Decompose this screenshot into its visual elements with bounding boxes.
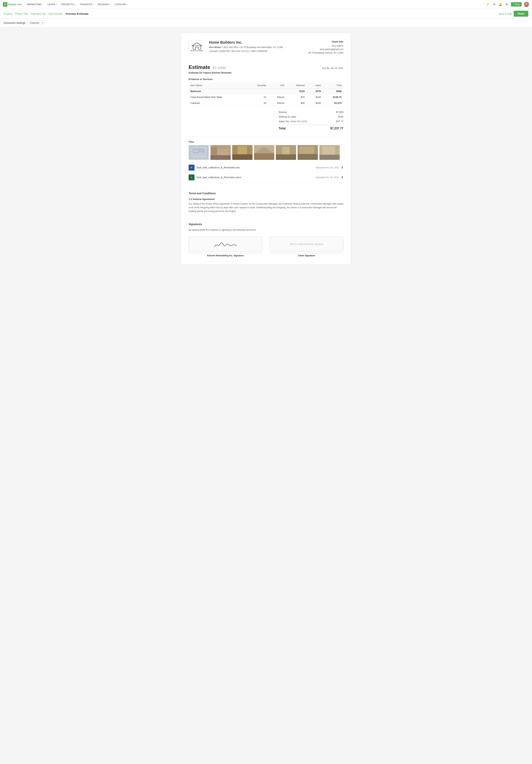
svg-rect-29 xyxy=(300,146,314,154)
help-button[interactable]: ? Help xyxy=(511,2,522,6)
cell-material: $120 xyxy=(286,88,307,94)
cell-labor: $370 xyxy=(307,88,323,94)
estimate-title: Estimate xyxy=(189,64,210,70)
breadcrumb-sep-2: / xyxy=(29,12,30,15)
breadcrumb-project-title[interactable]: Project Title xyxy=(15,12,28,15)
doc-card: WE BUILD HOMES Home Builders Inc. Vera W… xyxy=(181,33,351,265)
svg-rect-26 xyxy=(282,147,290,154)
chevron-down-icon: ▾ xyxy=(42,3,43,5)
download-icon[interactable]: ⬇ xyxy=(341,176,343,179)
terms-section: Terms and Conditions 1.1 General Agreeme… xyxy=(189,188,343,213)
files-section-title: Files xyxy=(189,140,343,143)
company-name: Home Builders Inc. xyxy=(209,40,283,45)
signature-block-2: Click to create electronic signature Cli… xyxy=(270,237,343,257)
nav-leads[interactable]: LEADS ▾ xyxy=(46,2,59,6)
svg-rect-16 xyxy=(211,147,217,155)
totals-sales-tax: Sales Tax: Dallas Tax (12%) $37.77 xyxy=(279,119,343,124)
file-doc-1-date: Uploaded Nov 30, 2018 xyxy=(316,166,339,169)
signatures-section: Signatures By signing below the customer… xyxy=(189,219,343,257)
client-name: Amy Adams xyxy=(308,44,343,48)
breadcrumb-sep-1: / xyxy=(14,12,14,15)
chevron-down-icon: ▾ xyxy=(56,3,57,5)
help-question-icon: ? xyxy=(513,3,514,6)
navbar: h houzz PRO MARKETING ▾ LEADS ▾ PROJECTS… xyxy=(0,0,532,9)
cell-material: $30 xyxy=(286,100,307,106)
svg-rect-17 xyxy=(218,149,229,155)
chevron-down-icon: ▾ xyxy=(74,3,75,5)
file-doc-1-right: Uploaded Nov 30, 2018 ⬇ xyxy=(316,166,343,169)
nav-items: MARKETING ▾ LEADS ▾ PROJECTS ▾ FINANCES … xyxy=(25,2,482,6)
svg-marker-4 xyxy=(192,43,202,46)
breadcrumb-edit-estimate[interactable]: Edit Estimate xyxy=(49,12,63,15)
estimate-heading: Estimate ES 12345 xyxy=(189,64,226,70)
file-thumbnail[interactable] xyxy=(189,145,209,160)
file-doc-1: W Task_task_collections_&_Reminders.doc … xyxy=(189,163,343,173)
company-logo: WE BUILD HOMES xyxy=(189,40,205,53)
bell-icon[interactable]: 🔔 xyxy=(498,2,502,6)
houzz-logo-icon: h xyxy=(3,2,7,7)
lightning-icon[interactable]: ⚡ xyxy=(486,2,490,6)
nav-right: ⚡ ✉ 🔔 ⚙ ? Help xyxy=(486,2,529,7)
terms-body: 1.1. viding of the Goods. When requested… xyxy=(189,202,343,213)
brand[interactable]: h houzz PRO xyxy=(3,2,22,7)
nav-marketing[interactable]: MARKETING ▾ xyxy=(25,2,45,6)
file-thumbnail[interactable] xyxy=(320,145,340,160)
company-info: Home Builders Inc. Vera Wintor • (601) 4… xyxy=(209,40,283,54)
estimate-title-row: Estimate ES 12345 Due By: Jan 23, 2021 xyxy=(189,61,343,70)
cell-item-name: Bedroom xyxy=(189,88,247,94)
file-thumbnail[interactable] xyxy=(298,145,318,160)
doc-settings-select[interactable]: Columns Rows xyxy=(28,21,45,25)
gear-icon[interactable]: ⚙ xyxy=(505,2,509,6)
client-info-label: Client Info xyxy=(308,40,343,43)
avatar[interactable] xyxy=(524,2,529,7)
nav-catalog[interactable]: CATALOG ▾ xyxy=(113,2,129,6)
signature-area-1 xyxy=(189,237,262,252)
sig-2-label: Client Signature xyxy=(270,254,343,257)
download-icon[interactable]: ⬇ xyxy=(341,166,343,169)
company-logo-tagline: WE BUILD HOMES xyxy=(191,50,203,51)
total-value: $7,237.77 xyxy=(330,127,343,130)
chevron-down-icon: ▾ xyxy=(126,3,127,5)
terms-title: Terms and Conditions xyxy=(189,192,343,195)
back-to-edit-button[interactable]: Back to Edit xyxy=(499,12,511,15)
breadcrumb-projects[interactable]: Projects xyxy=(4,12,12,15)
file-thumbnail[interactable] xyxy=(254,145,274,160)
cell-quantity xyxy=(247,88,268,94)
col-total: Total xyxy=(323,83,343,88)
mail-icon[interactable]: ✉ xyxy=(492,2,496,6)
file-doc-2-date: Uploaded Nov 30, 2018 xyxy=(316,176,339,179)
cell-item-name: Cabinets xyxy=(189,100,247,106)
client-email: amy.adams@gmail.com xyxy=(308,48,343,51)
file-thumbnail[interactable] xyxy=(276,145,296,160)
cell-labor: $100 xyxy=(307,94,323,100)
cell-quantity: 10 xyxy=(247,100,268,106)
table-row: Bedroom $120 $370 $568 xyxy=(189,88,343,94)
cell-material: $75 xyxy=(286,94,307,100)
client-address: 40-70 Broadway Avenue, NY 11364 xyxy=(308,51,343,55)
cell-quantity: 12 xyxy=(247,94,268,100)
due-by: Due By: Jan 23, 2021 xyxy=(322,67,343,70)
share-button[interactable]: Share xyxy=(514,11,528,17)
signature-placeholder[interactable]: Click to create electronic signature xyxy=(290,243,324,246)
cell-item-name: Celia Round Metal Side Table xyxy=(189,94,247,100)
nav-projects[interactable]: PROJECTS ▾ xyxy=(59,2,77,6)
estimate-for: Estimate for Adams Kitchen Remodel xyxy=(189,71,343,74)
company-header: WE BUILD HOMES Home Builders Inc. Vera W… xyxy=(189,40,343,55)
products-section-title: Products or Services xyxy=(189,78,343,81)
pro-badge: PRO xyxy=(17,3,22,6)
breadcrumb-current: Preview Estimate xyxy=(66,12,88,15)
nav-finances[interactable]: FINANCES ▾ xyxy=(78,2,95,6)
nav-designs[interactable]: DESIGNS ▾ xyxy=(96,2,112,6)
products-section: Products or Services Item Name Quantity … xyxy=(189,78,343,106)
col-material: Material xyxy=(286,83,307,88)
cell-unit: Pieces xyxy=(268,94,286,100)
doc-settings-label: Document Settings xyxy=(4,21,26,24)
file-thumbnail[interactable] xyxy=(210,145,231,160)
totals-material-labor: Material & Labor $100 xyxy=(279,114,343,119)
sig-divider-2 xyxy=(270,253,343,253)
signature-area-2[interactable]: Click to create electronic signature xyxy=(270,237,343,252)
excel-icon: X xyxy=(189,174,195,180)
file-thumbnail[interactable] xyxy=(232,145,252,160)
chevron-down-icon: ▾ xyxy=(109,3,110,5)
breadcrumb-estimates-tab[interactable]: Estimates Tab xyxy=(31,12,46,15)
